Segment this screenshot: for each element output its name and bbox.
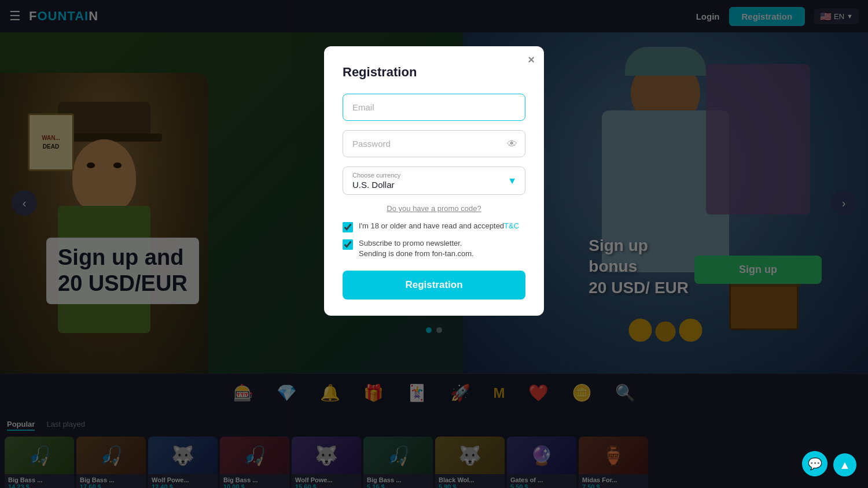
currency-field-label: Choose currency bbox=[352, 172, 516, 179]
age-checkbox[interactable] bbox=[343, 222, 353, 232]
email-field bbox=[343, 94, 525, 121]
modal-close-button[interactable]: × bbox=[528, 53, 535, 66]
live-chat-button[interactable]: 💬 bbox=[802, 451, 827, 476]
newsletter-checkbox[interactable] bbox=[343, 239, 353, 250]
modal-title: Registration bbox=[343, 65, 525, 80]
newsletter-checkbox-label: Subscribe to promo newsletter.Sending is… bbox=[359, 238, 474, 259]
age-checkbox-label: I'm 18 or older and have read and accept… bbox=[359, 221, 519, 231]
modal-overlay[interactable]: × Registration 👁 Choose currency U.S. Do… bbox=[0, 0, 868, 488]
currency-chevron-down-icon: ▼ bbox=[507, 176, 517, 186]
age-checkbox-row: I'm 18 or older and have read and accept… bbox=[343, 221, 525, 232]
tc-link[interactable]: T&C bbox=[504, 221, 519, 230]
currency-dropdown[interactable]: Choose currency U.S. Dollar ▼ bbox=[343, 167, 525, 195]
password-field: 👁 bbox=[343, 130, 525, 157]
email-input[interactable] bbox=[343, 94, 525, 121]
toggle-password-icon[interactable]: 👁 bbox=[507, 138, 517, 150]
password-input[interactable] bbox=[343, 130, 525, 157]
promo-code-link[interactable]: Do you have a promo code? bbox=[343, 204, 525, 213]
scroll-up-button[interactable]: ▲ bbox=[833, 453, 856, 476]
registration-modal: × Registration 👁 Choose currency U.S. Do… bbox=[324, 46, 544, 316]
currency-selected-value: U.S. Dollar bbox=[352, 180, 516, 190]
currency-field: Choose currency U.S. Dollar ▼ bbox=[343, 167, 525, 195]
registration-submit-button[interactable]: Registration bbox=[343, 271, 525, 300]
newsletter-checkbox-row: Subscribe to promo newsletter.Sending is… bbox=[343, 238, 525, 259]
